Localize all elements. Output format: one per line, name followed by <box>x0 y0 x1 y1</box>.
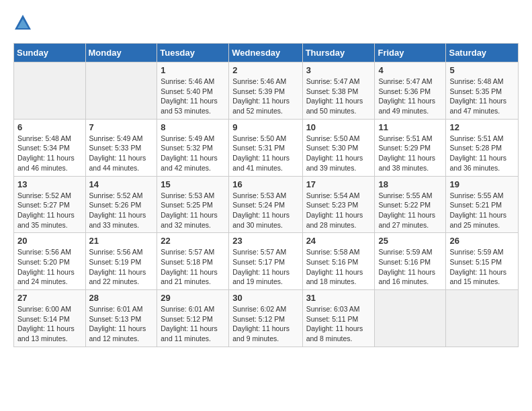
sunrise-text: Sunrise: 6:00 AM <box>17 305 71 313</box>
cell-content: Sunrise: 5:46 AMSunset: 5:40 PMDaylight:… <box>161 77 225 116</box>
cell-content: Sunrise: 5:56 AMSunset: 5:20 PMDaylight:… <box>17 247 82 287</box>
cell-content: Sunrise: 5:50 AMSunset: 5:30 PMDaylight:… <box>306 134 371 173</box>
week-row-3: 13Sunrise: 5:52 AMSunset: 5:27 PMDayligh… <box>14 176 519 233</box>
day-number: 13 <box>17 179 82 189</box>
calendar-cell <box>14 62 86 120</box>
calendar-cell: 20Sunrise: 5:56 AMSunset: 5:20 PMDayligh… <box>14 233 86 290</box>
cell-content: Sunrise: 5:47 AMSunset: 5:36 PMDaylight:… <box>378 77 442 116</box>
sunrise-text: Sunrise: 5:58 AM <box>306 248 360 256</box>
calendar-cell: 21Sunrise: 5:56 AMSunset: 5:19 PMDayligh… <box>85 233 157 290</box>
column-header-friday: Friday <box>375 44 446 62</box>
calendar-cell: 13Sunrise: 5:52 AMSunset: 5:27 PMDayligh… <box>14 176 86 233</box>
sunrise-text: Sunrise: 5:59 AM <box>378 248 432 256</box>
day-number: 15 <box>161 179 225 189</box>
daylight-text: Daylight: 11 hours and 22 minutes. <box>89 268 146 286</box>
day-number: 12 <box>449 122 515 132</box>
calendar-cell: 31Sunrise: 6:03 AMSunset: 5:11 PMDayligh… <box>302 290 375 347</box>
week-row-2: 6Sunrise: 5:48 AMSunset: 5:34 PMDaylight… <box>14 119 519 176</box>
day-number: 30 <box>232 293 298 303</box>
sunset-text: Sunset: 5:23 PM <box>306 201 359 209</box>
sunrise-text: Sunrise: 5:51 AM <box>378 134 432 142</box>
daylight-text: Daylight: 11 hours and 21 minutes. <box>161 268 218 286</box>
day-number: 26 <box>449 236 515 246</box>
cell-content: Sunrise: 6:01 AMSunset: 5:13 PMDaylight:… <box>89 304 154 344</box>
sunrise-text: Sunrise: 5:46 AM <box>232 77 286 85</box>
calendar-cell: 11Sunrise: 5:51 AMSunset: 5:29 PMDayligh… <box>375 119 446 176</box>
daylight-text: Daylight: 11 hours and 8 minutes. <box>306 324 363 342</box>
calendar-cell: 14Sunrise: 5:52 AMSunset: 5:26 PMDayligh… <box>85 176 157 233</box>
calendar-cell: 23Sunrise: 5:57 AMSunset: 5:17 PMDayligh… <box>229 233 302 290</box>
column-header-saturday: Saturday <box>446 44 519 62</box>
day-number: 5 <box>449 65 515 75</box>
daylight-text: Daylight: 11 hours and 30 minutes. <box>232 211 290 229</box>
calendar-cell: 12Sunrise: 5:51 AMSunset: 5:28 PMDayligh… <box>446 119 519 176</box>
day-number: 7 <box>89 122 154 132</box>
sunrise-text: Sunrise: 5:46 AM <box>161 77 214 85</box>
day-number: 3 <box>306 65 371 75</box>
daylight-text: Daylight: 11 hours and 39 minutes. <box>306 154 363 172</box>
sunset-text: Sunset: 5:20 PM <box>17 258 70 266</box>
sunrise-text: Sunrise: 5:47 AM <box>378 77 432 85</box>
sunset-text: Sunset: 5:32 PM <box>161 144 213 152</box>
sunrise-text: Sunrise: 5:53 AM <box>161 191 214 199</box>
cell-content: Sunrise: 5:47 AMSunset: 5:38 PMDaylight:… <box>306 77 371 116</box>
calendar-cell: 29Sunrise: 6:01 AMSunset: 5:12 PMDayligh… <box>157 290 229 347</box>
sunset-text: Sunset: 5:40 PM <box>161 87 213 95</box>
day-number: 19 <box>449 179 515 189</box>
sunset-text: Sunset: 5:12 PM <box>232 315 285 323</box>
sunset-text: Sunset: 5:19 PM <box>89 258 142 266</box>
calendar-cell: 28Sunrise: 6:01 AMSunset: 5:13 PMDayligh… <box>85 290 157 347</box>
sunset-text: Sunset: 5:28 PM <box>449 144 502 152</box>
sunrise-text: Sunrise: 5:49 AM <box>89 134 143 142</box>
week-row-4: 20Sunrise: 5:56 AMSunset: 5:20 PMDayligh… <box>14 233 519 290</box>
calendar-cell <box>375 290 446 347</box>
day-number: 11 <box>378 122 442 132</box>
calendar-cell: 8Sunrise: 5:49 AMSunset: 5:32 PMDaylight… <box>157 119 229 176</box>
column-header-monday: Monday <box>85 44 157 62</box>
daylight-text: Daylight: 11 hours and 44 minutes. <box>89 154 146 172</box>
sunrise-text: Sunrise: 6:02 AM <box>232 305 286 313</box>
day-number: 14 <box>89 179 154 189</box>
cell-content: Sunrise: 6:03 AMSunset: 5:11 PMDaylight:… <box>306 304 371 344</box>
day-number: 2 <box>232 65 298 75</box>
day-number: 20 <box>17 236 82 246</box>
day-number: 28 <box>89 293 154 303</box>
day-number: 10 <box>306 122 371 132</box>
cell-content: Sunrise: 5:53 AMSunset: 5:25 PMDaylight:… <box>161 191 225 230</box>
calendar-cell: 9Sunrise: 5:50 AMSunset: 5:31 PMDaylight… <box>229 119 302 176</box>
cell-content: Sunrise: 5:58 AMSunset: 5:16 PMDaylight:… <box>306 247 371 287</box>
week-row-1: 1Sunrise: 5:46 AMSunset: 5:40 PMDaylight… <box>14 62 519 120</box>
daylight-text: Daylight: 11 hours and 42 minutes. <box>161 154 218 172</box>
daylight-text: Daylight: 11 hours and 47 minutes. <box>449 97 506 115</box>
sunset-text: Sunset: 5:34 PM <box>17 144 70 152</box>
calendar-cell: 18Sunrise: 5:55 AMSunset: 5:22 PMDayligh… <box>375 176 446 233</box>
sunset-text: Sunset: 5:17 PM <box>232 258 285 266</box>
sunrise-text: Sunrise: 6:03 AM <box>306 305 360 313</box>
daylight-text: Daylight: 11 hours and 41 minutes. <box>232 154 290 172</box>
calendar-cell: 30Sunrise: 6:02 AMSunset: 5:12 PMDayligh… <box>229 290 302 347</box>
week-row-5: 27Sunrise: 6:00 AMSunset: 5:14 PMDayligh… <box>14 290 519 347</box>
sunset-text: Sunset: 5:24 PM <box>232 201 285 209</box>
daylight-text: Daylight: 11 hours and 15 minutes. <box>449 268 506 286</box>
sunrise-text: Sunrise: 5:57 AM <box>232 248 286 256</box>
cell-content: Sunrise: 5:55 AMSunset: 5:21 PMDaylight:… <box>449 191 515 230</box>
daylight-text: Daylight: 11 hours and 36 minutes. <box>449 154 506 172</box>
day-number: 4 <box>378 65 442 75</box>
daylight-text: Daylight: 11 hours and 13 minutes. <box>17 324 75 342</box>
daylight-text: Daylight: 11 hours and 32 minutes. <box>161 211 218 229</box>
cell-content: Sunrise: 5:50 AMSunset: 5:31 PMDaylight:… <box>232 134 298 173</box>
calendar-cell: 10Sunrise: 5:50 AMSunset: 5:30 PMDayligh… <box>302 119 375 176</box>
day-number: 29 <box>161 293 225 303</box>
day-number: 6 <box>17 122 82 132</box>
column-header-sunday: Sunday <box>14 44 86 62</box>
cell-content: Sunrise: 5:57 AMSunset: 5:17 PMDaylight:… <box>232 247 298 287</box>
calendar-table: SundayMondayTuesdayWednesdayThursdayFrid… <box>13 43 519 347</box>
cell-content: Sunrise: 5:59 AMSunset: 5:16 PMDaylight:… <box>378 247 442 287</box>
cell-content: Sunrise: 6:00 AMSunset: 5:14 PMDaylight:… <box>17 304 82 344</box>
logo-icon <box>13 13 32 32</box>
calendar-cell: 25Sunrise: 5:59 AMSunset: 5:16 PMDayligh… <box>375 233 446 290</box>
cell-content: Sunrise: 5:57 AMSunset: 5:18 PMDaylight:… <box>161 247 225 287</box>
day-number: 31 <box>306 293 371 303</box>
sunset-text: Sunset: 5:25 PM <box>161 201 213 209</box>
column-header-wednesday: Wednesday <box>229 44 302 62</box>
